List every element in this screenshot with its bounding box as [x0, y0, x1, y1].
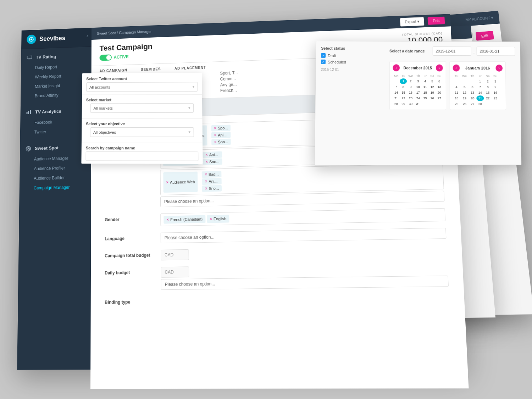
cal-dec-day-19[interactable]: 19 [429, 90, 436, 95]
twitter-account-dropdown[interactable]: All accounts ▾ [86, 82, 198, 92]
cal-jan-day-23[interactable]: 23 [492, 95, 499, 101]
cal-jan-day-3[interactable]: 3 [492, 79, 499, 84]
twitter-objective-dropdown[interactable]: All objectives ▾ [90, 127, 194, 137]
cal-dec-day-16[interactable]: 16 [407, 90, 414, 95]
remove-side-7[interactable]: × [205, 179, 207, 184]
remove-side-1[interactable]: × [214, 126, 216, 131]
cal-jan-day-2[interactable]: 2 [484, 79, 492, 84]
cal-jan-we: We [460, 74, 469, 79]
cal-dec-day-31[interactable]: 31 [415, 101, 422, 107]
cal-jan-day-18[interactable]: 18 [453, 95, 460, 101]
edit-button[interactable]: Edit [428, 17, 445, 25]
my-account[interactable]: MY ACCOUNT ▾ [465, 16, 493, 22]
cal-dec-day-2[interactable]: 2 [407, 78, 414, 84]
cal-dec-day-8[interactable]: 8 [400, 84, 407, 90]
remove-english[interactable]: × [210, 216, 212, 221]
cal-dec-day-11[interactable]: 11 [422, 84, 429, 90]
remove-french[interactable]: × [166, 217, 169, 222]
export-button[interactable]: Export ▾ [400, 17, 425, 26]
gender-label: Gender [105, 214, 153, 222]
cal-jan-prev[interactable]: ‹ [453, 65, 460, 72]
cal-dec-day-3[interactable]: 3 [415, 78, 422, 84]
cal-jan-day-15[interactable]: 15 [484, 90, 492, 95]
cal-jan-day-28[interactable]: 28 [476, 101, 484, 107]
cal-dec-day-13[interactable]: 13 [436, 84, 443, 90]
cal-dec-day-29[interactable]: 29 [400, 101, 407, 107]
cal-jan-day-27[interactable]: 27 [469, 101, 476, 107]
cal-dec-day-17[interactable]: 17 [415, 90, 422, 95]
active-toggle[interactable] [100, 54, 112, 61]
sidebar-item-campaign-manager[interactable]: Campaign Manager [20, 182, 91, 193]
cal-jan-day-26[interactable]: 26 [460, 101, 469, 107]
cal-dec-day-30[interactable]: 30 [407, 101, 414, 107]
checkbox-draft-icon[interactable]: ✓ [321, 53, 326, 58]
daily-budget-input[interactable] [161, 266, 189, 277]
sidebar-item-brand-affinity[interactable]: Brand Affinity [21, 89, 91, 101]
cal-dec-day-18[interactable]: 18 [422, 90, 429, 95]
active-status: ACTIVE [114, 55, 129, 60]
cal-jan-day-12[interactable]: 12 [460, 90, 469, 95]
cal-jan-day-20[interactable]: 20 [469, 95, 476, 101]
checkbox-scheduled-icon[interactable]: ✓ [321, 60, 326, 64]
cal-dec-day-21[interactable]: 21 [393, 95, 400, 101]
cal-dec-day-9[interactable]: 9 [407, 84, 414, 90]
budget-input[interactable] [161, 249, 189, 260]
cal-jan-day-13[interactable]: 13 [469, 90, 476, 95]
cal-jan-day-16[interactable]: 16 [492, 90, 499, 95]
date-end-input[interactable] [477, 47, 515, 56]
cal-dec-day-1[interactable]: 1 [400, 78, 407, 84]
cal-jan-day-14[interactable]: 14 [476, 90, 484, 95]
remove-side-6[interactable]: × [205, 172, 207, 177]
cal-jan-day-22[interactable]: 22 [484, 95, 492, 101]
cal-jan-day-11[interactable]: 11 [453, 90, 460, 95]
cal-jan-th: Th [469, 74, 476, 79]
cal-dec-next[interactable]: › [436, 65, 443, 72]
cal-dec-day-12[interactable]: 12 [429, 84, 436, 90]
cal-dec-day-5[interactable]: 5 [429, 78, 436, 84]
remove-side-3[interactable]: × [214, 140, 217, 145]
sidebar-item-twitter[interactable]: Twitter [20, 126, 91, 137]
cal-jan-day-25[interactable]: 25 [453, 101, 460, 107]
cal-dec-day-10[interactable]: 10 [415, 84, 422, 90]
cal-jan-day-4[interactable]: 4 [453, 84, 460, 90]
remove-side-5[interactable]: × [205, 159, 208, 164]
cal-jan-day-8[interactable]: 8 [484, 84, 492, 90]
twitter-market-dropdown[interactable]: All markets ▾ [90, 103, 194, 113]
cal-jan-day-7[interactable]: 7 [476, 84, 484, 90]
cal-jan-day-19[interactable]: 19 [460, 95, 469, 101]
cal-dec-day-23[interactable]: 23 [407, 95, 414, 101]
remove-side-4[interactable]: × [205, 153, 208, 157]
cal-dec-day-22[interactable]: 22 [400, 95, 407, 101]
cal-dec-day-28[interactable]: 28 [393, 101, 400, 107]
twitter-search-input[interactable] [85, 151, 198, 161]
gender-tag-input[interactable]: × French (Canadian) × English [160, 208, 445, 226]
collapse-icon[interactable]: ‹ [87, 33, 88, 39]
remove-side-2[interactable]: × [214, 133, 216, 138]
audience-web-input[interactable]: × Audience Web × Bad... × Ani... × Sno..… [160, 164, 444, 195]
tag-side-1: × Spo... [211, 125, 231, 132]
cal-jan-next[interactable]: › [495, 65, 503, 72]
remove-web[interactable]: × [166, 180, 168, 185]
cal-jan-day-1[interactable]: 1 [476, 79, 484, 84]
date-start-input[interactable] [432, 46, 471, 56]
cal-dec-day-26[interactable]: 26 [429, 95, 436, 101]
remove-side-8[interactable]: × [205, 186, 207, 191]
cal-dec-day-27[interactable]: 27 [436, 95, 443, 101]
cal-dec-day-15[interactable]: 15 [400, 90, 407, 95]
daily-option-select[interactable]: Please choose an option... [161, 276, 449, 290]
cal-dec-prev[interactable]: ‹ [393, 64, 400, 71]
cal-dec-day-24[interactable]: 24 [415, 95, 422, 101]
cal-dec-day-7[interactable]: 7 [393, 84, 400, 90]
sidebar-sweet-spot-header[interactable]: Sweet Spot [20, 141, 91, 155]
cal-jan-day-21[interactable]: 21 [476, 95, 484, 101]
cal-jan-day-9[interactable]: 9 [492, 84, 499, 90]
back-edit-button[interactable]: Edit [476, 31, 494, 41]
cal-jan-day-5[interactable]: 5 [460, 84, 469, 90]
cal-dec-day-25[interactable]: 25 [422, 95, 429, 101]
language-select[interactable]: Please choose an option... [161, 228, 447, 243]
cal-jan-day-6[interactable]: 6 [469, 84, 476, 90]
cal-dec-day-20[interactable]: 20 [436, 90, 443, 95]
cal-dec-day-14[interactable]: 14 [393, 90, 400, 95]
cal-dec-day-6[interactable]: 6 [436, 78, 443, 84]
cal-dec-day-4[interactable]: 4 [422, 78, 429, 84]
